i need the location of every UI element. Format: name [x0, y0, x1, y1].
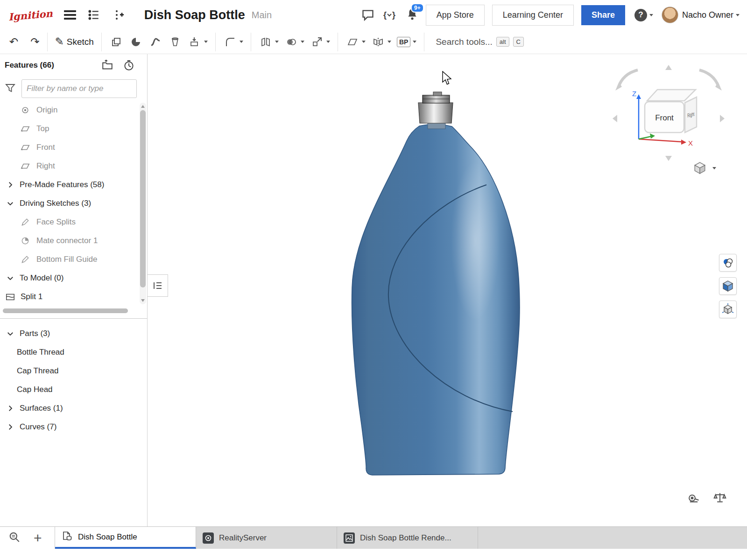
- insert-new-icon[interactable]: [112, 7, 127, 22]
- featurescript-icon[interactable]: {}: [382, 7, 397, 22]
- render-tools-group: [719, 254, 737, 318]
- chevron-down-icon[interactable]: [362, 41, 366, 43]
- split-icon: [5, 291, 16, 302]
- hamburger-menu-icon[interactable]: [64, 10, 76, 20]
- chevron-down-icon[interactable]: [5, 198, 16, 209]
- chevron-down-icon[interactable]: [301, 41, 304, 43]
- app-store-button[interactable]: App Store: [426, 5, 485, 26]
- notifications-button[interactable]: 9+: [406, 7, 418, 22]
- user-name[interactable]: Nacho Owner: [682, 10, 733, 20]
- loft-tool-button[interactable]: [165, 33, 185, 51]
- revolve-tool-button[interactable]: [126, 33, 146, 51]
- plane-tool-button[interactable]: [343, 33, 368, 51]
- horizontal-scrollbar[interactable]: [3, 308, 142, 314]
- sweep-tool-button[interactable]: [146, 33, 165, 51]
- tree-group-curves[interactable]: Curves (7): [0, 418, 147, 436]
- tree-item-origin[interactable]: Origin: [0, 101, 138, 119]
- tree-group-parts[interactable]: Parts (3): [0, 324, 147, 343]
- tree-item-right-plane[interactable]: Right: [0, 157, 138, 175]
- scroll-down-icon[interactable]: [141, 299, 145, 302]
- company-logo[interactable]: Ignition: [8, 7, 53, 22]
- chevron-down-icon[interactable]: [5, 273, 16, 284]
- tree-item-split-1[interactable]: Split 1: [0, 287, 138, 306]
- user-chevron-down-icon[interactable]: [736, 14, 740, 16]
- learning-center-button[interactable]: Learning Center: [492, 5, 574, 26]
- transform-tool-button[interactable]: [307, 33, 333, 51]
- chevron-down-icon[interactable]: [5, 328, 16, 339]
- new-folder-icon[interactable]: [101, 59, 113, 71]
- origin-icon: [20, 105, 31, 116]
- undo-icon: ↶: [9, 36, 18, 47]
- boolean-tool-button[interactable]: [282, 33, 307, 51]
- share-button[interactable]: Share: [581, 5, 625, 25]
- z-axis-label: Z: [632, 90, 636, 98]
- chevron-down-icon[interactable]: [388, 41, 391, 43]
- comment-icon[interactable]: [360, 7, 375, 22]
- tree-group-surfaces[interactable]: Surfaces (1): [0, 399, 147, 418]
- sketch-icon: [20, 217, 31, 228]
- tree-item-bottom-fill-guide[interactable]: Bottom Fill Guide: [0, 250, 138, 269]
- extrude-icon: [109, 35, 123, 49]
- sketch-button[interactable]: ✎ Sketch: [52, 35, 97, 49]
- notification-badge: 9+: [411, 3, 424, 13]
- chevron-down-icon[interactable]: [712, 167, 716, 169]
- tree-group-premade-features[interactable]: Pre-Made Features (58): [0, 175, 138, 194]
- pattern-tool-button[interactable]: [256, 33, 282, 51]
- part-item-cap-thread[interactable]: Cap Thread: [0, 362, 147, 380]
- mirror-tool-button[interactable]: [368, 33, 394, 51]
- tab-dish-soap-bottle[interactable]: Dish Soap Bottle: [55, 527, 196, 549]
- x-axis-label: X: [688, 139, 693, 147]
- exploded-cube-button[interactable]: [719, 301, 737, 318]
- rotate-left-icon: [613, 115, 617, 122]
- search-tools-field[interactable]: Search tools... alt C: [436, 37, 524, 47]
- chevron-right-icon[interactable]: [5, 179, 16, 190]
- modeling-toolbar: ↶ ↷ ✎ Sketch BP Search tools... alt C: [0, 30, 747, 54]
- thicken-tool-button[interactable]: [185, 33, 211, 51]
- feature-list-toggle-button[interactable]: [148, 274, 168, 297]
- viewport-3d[interactable]: Front Right Z X: [148, 54, 747, 526]
- tree-item-top-plane[interactable]: Top: [0, 119, 138, 138]
- scroll-up-icon[interactable]: [141, 105, 145, 108]
- tree-group-driving-sketches[interactable]: Driving Sketches (3): [0, 194, 138, 213]
- chevron-right-icon[interactable]: [5, 403, 16, 414]
- appearance-spheres-button[interactable]: [719, 254, 737, 272]
- part-item-bottle-thread[interactable]: Bottle Thread: [0, 343, 147, 362]
- feature-filter-input[interactable]: [21, 79, 137, 98]
- scrollbar-thumb[interactable]: [3, 308, 128, 313]
- tab-dish-soap-bottle-render[interactable]: Dish Soap Bottle Rende...: [337, 527, 478, 549]
- feature-list-icon[interactable]: [86, 7, 101, 22]
- fillet-tool-button[interactable]: [220, 33, 246, 51]
- document-title[interactable]: Dish Soap Bottle: [144, 8, 245, 22]
- tab-realityserver[interactable]: RealityServer: [196, 527, 337, 549]
- search-tabs-icon[interactable]: [8, 531, 21, 545]
- chevron-down-icon[interactable]: [275, 41, 279, 43]
- chevron-down-icon[interactable]: [240, 41, 243, 43]
- undo-button[interactable]: ↶: [7, 35, 21, 49]
- chevron-down-icon[interactable]: [204, 41, 208, 43]
- textured-cube-button[interactable]: [719, 277, 737, 295]
- workspace-name[interactable]: Main: [252, 10, 272, 21]
- mass-properties-icon[interactable]: [713, 491, 726, 504]
- user-avatar[interactable]: [662, 7, 678, 23]
- measure-icon[interactable]: [687, 491, 700, 504]
- redo-button[interactable]: ↷: [28, 35, 42, 49]
- new-tab-button[interactable]: +: [34, 531, 42, 545]
- help-chevron-down-icon[interactable]: [649, 14, 653, 16]
- help-icon[interactable]: ?: [634, 9, 647, 21]
- bottle-body: [352, 124, 520, 475]
- extrude-tool-button[interactable]: [106, 33, 126, 51]
- bp-tool-button[interactable]: BP: [394, 35, 419, 49]
- view-cube[interactable]: Front Right Z X: [609, 63, 728, 163]
- view-mode-dropdown[interactable]: [691, 160, 718, 176]
- part-item-cap-head[interactable]: Cap Head: [0, 380, 147, 399]
- scrollbar-thumb[interactable]: [140, 110, 146, 287]
- vertical-scrollbar[interactable]: [140, 103, 146, 304]
- tree-item-front-plane[interactable]: Front: [0, 138, 138, 157]
- chevron-down-icon[interactable]: [326, 41, 330, 43]
- tree-group-to-model[interactable]: To Model (0): [0, 269, 138, 287]
- chevron-right-icon[interactable]: [5, 421, 16, 433]
- tree-item-face-splits[interactable]: Face Splits: [0, 213, 138, 231]
- chevron-down-icon[interactable]: [413, 41, 416, 43]
- tree-item-mate-connector[interactable]: Mate connector 1: [0, 231, 138, 250]
- rollback-history-icon[interactable]: [123, 59, 135, 71]
